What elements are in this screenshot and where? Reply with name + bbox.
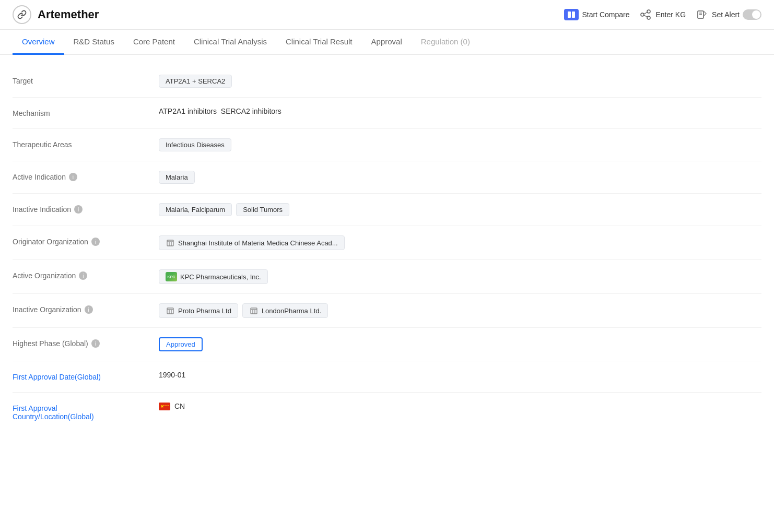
svg-rect-14 bbox=[167, 308, 173, 314]
inactive-org-value: Proto Pharma Ltd LondonPharma Ltd. bbox=[159, 303, 761, 318]
therapeutic-areas-label: Therapeutic Areas bbox=[13, 138, 159, 149]
originator-org-value: Shanghai Institute of Materia Medica Chi… bbox=[159, 235, 761, 250]
inactive-org-row: Inactive Organization i Proto Pharma Ltd bbox=[13, 294, 761, 328]
originator-org-info-icon[interactable]: i bbox=[91, 238, 100, 246]
header: Artemether Start Compare Ente bbox=[0, 0, 774, 30]
highest-phase-value: Approved bbox=[159, 337, 761, 351]
mechanism-value: ATP2A1 inhibitors SERCA2 inhibitors bbox=[159, 107, 761, 115]
active-org-tag-kpc[interactable]: KPC KPC Pharmaceuticals, Inc. bbox=[159, 269, 268, 284]
tab-approval[interactable]: Approval bbox=[362, 30, 412, 55]
building-icon bbox=[166, 238, 175, 247]
alert-icon bbox=[695, 9, 709, 20]
tab-rd-status[interactable]: R&D Status bbox=[64, 30, 124, 55]
active-indication-label: Active Indication i bbox=[13, 171, 159, 181]
active-org-info-icon[interactable]: i bbox=[79, 271, 87, 280]
svg-point-3 bbox=[647, 10, 650, 13]
mechanism-text: ATP2A1 inhibitors SERCA2 inhibitors bbox=[159, 107, 282, 115]
first-approval-date-label: First Approval Date(Global) bbox=[13, 371, 159, 381]
app-logo bbox=[13, 5, 31, 24]
active-org-label: Active Organization i bbox=[13, 269, 159, 280]
tab-clinical-trial-analysis[interactable]: Clinical Trial Analysis bbox=[184, 30, 276, 55]
alert-label: Set Alert bbox=[712, 10, 740, 19]
inactive-indication-value: Malaria, Falciparum Solid Tumors bbox=[159, 203, 761, 216]
inactive-indication-info-icon[interactable]: i bbox=[74, 205, 83, 214]
svg-point-2 bbox=[641, 13, 644, 16]
first-approval-country-row: First ApprovalCountry/Location(Global) C… bbox=[13, 393, 761, 430]
svg-rect-10 bbox=[167, 240, 173, 246]
therapeutic-areas-value: Infectious Diseases bbox=[159, 138, 761, 151]
inactive-indication-label: Inactive Indication i bbox=[13, 203, 159, 214]
inactive-org-label: Inactive Organization i bbox=[13, 303, 159, 314]
active-org-value: KPC KPC Pharmaceuticals, Inc. bbox=[159, 269, 761, 284]
kg-label: Enter KG bbox=[655, 10, 686, 19]
highest-phase-row: Highest Phase (Global) i Approved bbox=[13, 328, 761, 361]
active-indication-value: Malaria bbox=[159, 171, 761, 184]
tab-bar: Overview R&D Status Core Patent Clinical… bbox=[0, 30, 774, 55]
cn-flag-icon bbox=[159, 403, 170, 410]
svg-rect-0 bbox=[568, 11, 571, 18]
highest-phase-label: Highest Phase (Global) i bbox=[13, 337, 159, 348]
set-alert-button[interactable]: Set Alert bbox=[695, 9, 761, 20]
london-building-icon bbox=[249, 306, 259, 315]
therapeutic-areas-row: Therapeutic Areas Infectious Diseases bbox=[13, 129, 761, 161]
active-org-row: Active Organization i KPC KPC Pharmaceut… bbox=[13, 260, 761, 294]
drug-title: Artemether bbox=[38, 8, 558, 21]
tab-clinical-trial-result[interactable]: Clinical Trial Result bbox=[276, 30, 362, 55]
inactive-org-tag-proto[interactable]: Proto Pharma Ltd bbox=[159, 303, 238, 318]
kg-icon bbox=[639, 9, 652, 20]
inactive-org-info-icon[interactable]: i bbox=[85, 305, 93, 314]
mechanism-label: Mechanism bbox=[13, 107, 159, 117]
originator-org-row: Originator Organization i Shanghai Insti… bbox=[13, 226, 761, 260]
therapeutic-tag-infectious[interactable]: Infectious Diseases bbox=[159, 138, 231, 151]
first-approval-country-value: CN bbox=[159, 402, 761, 410]
inactive-indication-row: Inactive Indication i Malaria, Falciparu… bbox=[13, 194, 761, 226]
start-compare-button[interactable]: Start Compare bbox=[564, 9, 629, 20]
originator-org-label: Originator Organization i bbox=[13, 235, 159, 246]
mechanism-row: Mechanism ATP2A1 inhibitors SERCA2 inhib… bbox=[13, 98, 761, 129]
target-label: Target bbox=[13, 75, 159, 85]
approved-tag[interactable]: Approved bbox=[159, 337, 203, 351]
target-row: Target ATP2A1 + SERCA2 bbox=[13, 65, 761, 98]
active-indication-info-icon[interactable]: i bbox=[69, 173, 77, 181]
highest-phase-info-icon[interactable]: i bbox=[91, 339, 100, 348]
tab-overview[interactable]: Overview bbox=[13, 30, 64, 55]
svg-rect-1 bbox=[572, 11, 575, 18]
tab-core-patent[interactable]: Core Patent bbox=[124, 30, 184, 55]
header-actions: Start Compare Enter KG bbox=[564, 9, 761, 20]
active-indication-row: Active Indication i Malaria bbox=[13, 161, 761, 194]
first-approval-date-value: 1990-01 bbox=[159, 371, 761, 379]
svg-line-5 bbox=[644, 13, 647, 15]
kpc-logo-icon: KPC bbox=[166, 272, 177, 281]
inactive-org-tag-london[interactable]: LondonPharma Ltd. bbox=[242, 303, 328, 318]
compare-label: Start Compare bbox=[582, 10, 629, 19]
first-approval-date-row: First Approval Date(Global) 1990-01 bbox=[13, 361, 761, 393]
svg-rect-18 bbox=[251, 308, 257, 314]
active-indication-tag-malaria[interactable]: Malaria bbox=[159, 171, 195, 184]
enter-kg-button[interactable]: Enter KG bbox=[639, 9, 686, 20]
inactive-indication-tag-solid-tumors[interactable]: Solid Tumors bbox=[236, 203, 289, 216]
svg-point-4 bbox=[647, 16, 650, 19]
proto-building-icon bbox=[166, 306, 175, 315]
country-code-text: CN bbox=[174, 402, 185, 410]
alert-toggle[interactable] bbox=[743, 9, 761, 20]
first-approval-country-label: First ApprovalCountry/Location(Global) bbox=[13, 402, 159, 421]
target-tag[interactable]: ATP2A1 + SERCA2 bbox=[159, 75, 232, 88]
target-value: ATP2A1 + SERCA2 bbox=[159, 75, 761, 88]
originator-org-tag[interactable]: Shanghai Institute of Materia Medica Chi… bbox=[159, 235, 345, 250]
inactive-indication-tag-falciparum[interactable]: Malaria, Falciparum bbox=[159, 203, 232, 216]
svg-line-6 bbox=[644, 15, 647, 17]
approval-date-text: 1990-01 bbox=[159, 371, 185, 379]
tab-regulation: Regulation (0) bbox=[412, 30, 479, 55]
compare-icon bbox=[564, 9, 579, 20]
overview-content: Target ATP2A1 + SERCA2 Mechanism ATP2A1 … bbox=[0, 55, 774, 441]
